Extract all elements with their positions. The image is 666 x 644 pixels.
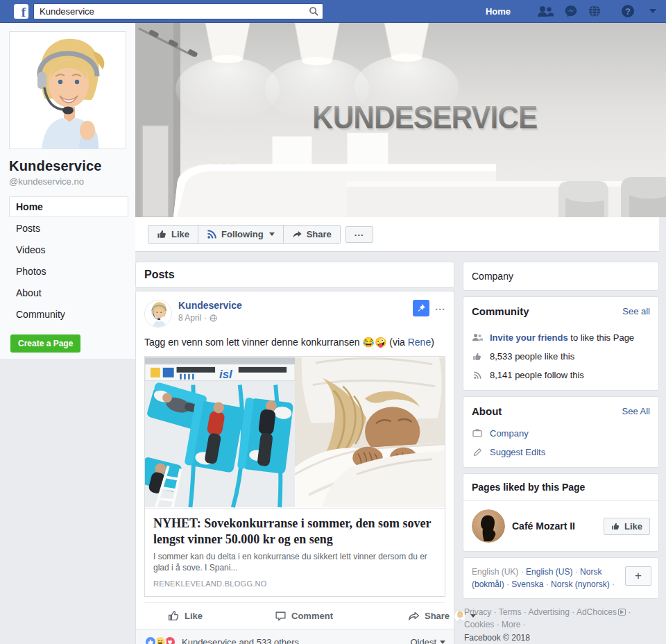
liked-page-name[interactable]: Café Mozart II xyxy=(512,520,575,532)
svg-text:KUNDESERVICE: KUNDESERVICE xyxy=(314,101,538,137)
post-image[interactable]: isl xyxy=(145,357,445,508)
thumb-up-icon xyxy=(611,522,620,531)
language-link[interactable]: English (US) xyxy=(526,567,580,577)
page-action-bar: Like Following Share ... xyxy=(135,217,659,252)
page-following-button[interactable]: Following xyxy=(198,226,284,243)
about-see-all-link[interactable]: See All xyxy=(622,406,650,416)
pages-liked-card: Pages liked by this Page Café Mozart II xyxy=(463,473,659,552)
language-link[interactable]: Svenska xyxy=(511,579,551,589)
language-link[interactable]: Norsk (nynorsk) xyxy=(551,579,615,589)
language-current: English (UK) xyxy=(472,567,526,577)
friend-requests-icon[interactable] xyxy=(537,6,554,17)
thumb-up-icon xyxy=(157,229,167,239)
page-like-button[interactable]: Like xyxy=(148,226,198,243)
post-card: Kundeservice 8 April · ... xyxy=(135,291,454,644)
page-following-label: Following xyxy=(221,229,264,239)
post-text-before: Tagg en venn som lett vinner denne konku… xyxy=(144,337,408,348)
footer-privacy-link[interactable]: Privacy xyxy=(464,607,499,617)
post-share-button[interactable]: Share xyxy=(404,607,454,625)
follows-count-row: 8,141 people follow this xyxy=(472,370,650,380)
footer-terms-link[interactable]: Terms xyxy=(499,607,529,617)
sidebar-item-photos[interactable]: Photos xyxy=(9,261,128,282)
footer-cookies-link[interactable]: Cookies xyxy=(464,620,502,629)
footer-copyright: Facebook © 2018 xyxy=(464,632,658,644)
dot-separator: · xyxy=(204,313,207,323)
sidebar-item-videos[interactable]: Videos xyxy=(9,239,128,260)
messenger-icon[interactable] xyxy=(565,5,577,17)
follows-count: 8,141 people follow this xyxy=(490,370,584,380)
account-menu-caret-icon[interactable] xyxy=(649,9,656,13)
post-via-link[interactable]: Rene xyxy=(408,337,431,348)
post-date[interactable]: 8 April xyxy=(178,313,201,323)
nav-home-link[interactable]: Home xyxy=(486,6,511,17)
create-page-button[interactable]: Create a Page xyxy=(10,334,80,353)
suggest-edits-link[interactable]: Suggest Edits xyxy=(490,447,545,457)
help-icon[interactable]: ? xyxy=(622,5,634,17)
rss-follow-icon xyxy=(472,371,483,380)
adchoices-icon xyxy=(618,609,626,616)
reactions-summary[interactable]: Kundeservice and 533 others xyxy=(182,637,299,644)
notifications-globe-icon[interactable] xyxy=(588,5,601,17)
post-like-button[interactable]: Like xyxy=(164,607,207,625)
page-nav: Home Posts Videos Photos About Community xyxy=(9,196,128,325)
page-title: Kundeservice xyxy=(9,158,128,174)
post-like-label: Like xyxy=(185,611,203,621)
sidebar-item-posts[interactable]: Posts xyxy=(9,218,128,239)
invite-friends-row[interactable]: Invite your friends to like this Page xyxy=(472,332,650,343)
footer-advertising-link[interactable]: Advertising xyxy=(528,607,576,617)
reaction-like-icon[interactable] xyxy=(144,636,157,644)
about-card: About See All Company Suggest Edi xyxy=(463,396,659,468)
sidebar-item-about[interactable]: About xyxy=(9,282,128,303)
like-outline-icon xyxy=(168,610,180,622)
link-title[interactable]: NYHET: Sovekonkurranse i sommer, den som… xyxy=(153,516,436,548)
about-company-link[interactable]: Company xyxy=(490,428,529,439)
pinned-post-icon xyxy=(413,300,429,316)
language-card: English (UK)English (US)Norsk (bokmål)Sv… xyxy=(463,557,659,599)
friends-icon xyxy=(472,333,483,341)
post-author-name[interactable]: Kundeservice xyxy=(178,300,413,311)
page-share-button[interactable]: Share xyxy=(284,226,340,243)
invite-friends-link[interactable]: Invite your friends xyxy=(490,332,568,343)
link-domain: RENEKLEVELAND.BLOGG.NO xyxy=(153,579,436,588)
public-globe-icon xyxy=(210,314,217,322)
post-attachment[interactable]: isl xyxy=(144,356,445,597)
search-icon[interactable] xyxy=(309,6,319,19)
following-feed-icon xyxy=(207,229,217,239)
community-card: Community See all Invite your friends to… xyxy=(463,296,659,391)
cover-photo[interactable]: KUNDESERVICE KUNDESERVICE xyxy=(135,23,666,217)
liked-page-avatar[interactable] xyxy=(472,509,505,543)
liked-page-like-button[interactable]: Like xyxy=(604,518,650,535)
invite-friends-rest: to like this Page xyxy=(568,332,634,343)
page-more-button[interactable]: ... xyxy=(345,226,373,243)
comment-sort-dropdown[interactable]: Oldest xyxy=(410,637,445,644)
about-company-row[interactable]: Company xyxy=(472,428,650,439)
footer: PrivacyTermsAdvertisingAdChoicesCookiesM… xyxy=(463,604,659,644)
about-title: About xyxy=(472,405,502,417)
post-comment-label: Comment xyxy=(291,611,333,621)
footer-adchoices-link[interactable]: AdChoices xyxy=(577,607,631,617)
share-arrow-icon xyxy=(292,229,302,239)
sidebar-item-home[interactable]: Home xyxy=(9,196,128,217)
thumb-up-small-icon xyxy=(472,352,483,362)
community-see-all-link[interactable]: See all xyxy=(622,306,650,316)
search-input[interactable] xyxy=(33,3,323,19)
footer-more-link[interactable]: More xyxy=(502,620,526,629)
sidebar-item-community[interactable]: Community xyxy=(9,304,128,325)
left-sidebar: Kundeservice @kundeservice.no Home Posts… xyxy=(0,23,135,359)
profile-photo[interactable] xyxy=(9,31,126,149)
svg-text:isl: isl xyxy=(219,368,232,381)
post-comment-button[interactable]: Comment xyxy=(271,607,337,625)
facebook-page: f Home ? xyxy=(0,0,666,644)
post-share-label: Share xyxy=(425,611,450,621)
link-description: I sommer kan du delta i en konkurranse d… xyxy=(153,551,436,573)
add-language-button[interactable]: + xyxy=(625,566,651,586)
post-menu-button[interactable]: ... xyxy=(435,300,445,314)
page-handle: @kundeservice.no xyxy=(9,176,128,187)
post-action-row: Like Comment Share xyxy=(144,602,445,629)
suggest-edits-row[interactable]: Suggest Edits xyxy=(472,447,650,457)
link-preview[interactable]: NYHET: Sovekonkurranse i sommer, den som… xyxy=(145,508,445,596)
page-like-label: Like xyxy=(171,229,189,239)
facebook-logo[interactable]: f xyxy=(14,4,28,19)
company-card[interactable]: Company xyxy=(463,262,659,291)
post-author-avatar[interactable] xyxy=(144,300,172,328)
